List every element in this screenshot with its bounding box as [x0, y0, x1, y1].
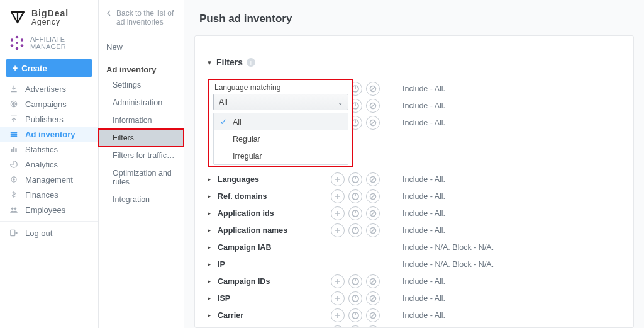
- option-all[interactable]: ✓ All: [214, 113, 348, 130]
- block-button[interactable]: [366, 291, 380, 305]
- option-regular[interactable]: Regular: [214, 130, 348, 147]
- subnav-new-label: New: [99, 31, 184, 54]
- toggle-button[interactable]: [348, 308, 362, 322]
- nav-item-employees[interactable]: Employees: [0, 202, 98, 217]
- add-button[interactable]: [331, 325, 345, 329]
- brand-text: BigDeal Agency: [31, 9, 69, 26]
- block-button[interactable]: [366, 82, 380, 96]
- filters-section-label: Filters: [216, 57, 243, 67]
- advertisers-icon: [9, 84, 19, 93]
- expand-icon[interactable]: ▸: [208, 244, 214, 251]
- expand-icon[interactable]: ▸: [208, 227, 214, 234]
- affiliate-row[interactable]: AFFILIATE MANAGER: [0, 32, 98, 55]
- filter-name[interactable]: Languages: [214, 175, 331, 184]
- language-matching-options: ✓ All Regular Irregular: [213, 113, 348, 165]
- block-button[interactable]: [366, 172, 380, 186]
- svg-point-2: [21, 38, 24, 42]
- svg-rect-15: [15, 149, 16, 152]
- filter-name[interactable]: Campaign IAB: [214, 243, 331, 252]
- ad-inventory-icon: [9, 130, 19, 139]
- nav-item-finances[interactable]: Finances: [0, 187, 98, 202]
- info-icon[interactable]: i: [247, 58, 255, 67]
- subnav-item[interactable]: Information: [99, 111, 184, 129]
- expand-icon[interactable]: ▸: [208, 261, 214, 268]
- expand-icon[interactable]: ▸: [208, 295, 214, 302]
- nav-item-management[interactable]: Management: [0, 172, 98, 187]
- block-button[interactable]: [366, 99, 380, 113]
- block-button[interactable]: [366, 325, 380, 329]
- filter-status: Include - All.: [391, 209, 445, 218]
- nav-item-analytics[interactable]: Analytics: [0, 157, 98, 172]
- main-nav: AdvertisersCampaignsPublishersAd invento…: [0, 81, 98, 217]
- filter-name[interactable]: Carrier: [214, 311, 331, 320]
- nav-item-label: Analytics: [25, 160, 58, 169]
- expand-icon[interactable]: ▸: [208, 193, 214, 200]
- block-button[interactable]: [366, 116, 380, 130]
- toggle-button[interactable]: [348, 189, 362, 203]
- toggle-button[interactable]: [348, 206, 362, 220]
- brand-logo[interactable]: BigDeal Agency: [0, 0, 98, 32]
- subnav-item[interactable]: Filters: [99, 129, 184, 147]
- add-button[interactable]: [331, 223, 345, 237]
- nav-item-ad-inventory[interactable]: Ad inventory: [0, 127, 98, 142]
- add-button[interactable]: [331, 274, 345, 288]
- subnav-item[interactable]: Optimization and rules: [99, 164, 184, 191]
- block-button[interactable]: [366, 274, 380, 288]
- filters-section-header[interactable]: ▼ Filters i: [195, 36, 633, 76]
- toggle-button[interactable]: [348, 223, 362, 237]
- nav-item-campaigns[interactable]: Campaigns: [0, 96, 98, 111]
- back-link[interactable]: Back to the list ofad inventories: [99, 0, 184, 31]
- subnav-item[interactable]: Integration: [99, 191, 184, 208]
- nav-item-publishers[interactable]: Publishers: [0, 111, 98, 127]
- nav-item-label: Advertisers: [25, 84, 66, 94]
- filter-controls: [331, 223, 391, 237]
- filter-name[interactable]: ISP: [214, 294, 331, 303]
- toggle-button[interactable]: [348, 291, 362, 305]
- filter-status: Include - N/A. Block - N/A.: [391, 243, 494, 252]
- expand-icon[interactable]: ▸: [208, 176, 214, 183]
- create-button[interactable]: + Create: [6, 59, 92, 77]
- nav-item-advertisers[interactable]: Advertisers: [0, 81, 98, 96]
- nav-item-label: Management: [25, 175, 73, 184]
- block-button[interactable]: [366, 223, 380, 237]
- subnav-item[interactable]: Filters for traffic sour...: [99, 147, 184, 164]
- logout-item[interactable]: Log out: [0, 225, 98, 240]
- toggle-button[interactable]: [348, 325, 362, 329]
- filter-name[interactable]: Campaign IDs: [214, 277, 331, 286]
- option-irregular[interactable]: Irregular: [214, 147, 348, 164]
- subnav-item[interactable]: Administration: [99, 94, 184, 111]
- add-button[interactable]: [331, 189, 345, 203]
- toggle-button[interactable]: [348, 274, 362, 288]
- svg-point-17: [13, 179, 14, 180]
- svg-rect-10: [11, 132, 18, 133]
- filter-row: ▸Application namesInclude - All.: [208, 222, 621, 239]
- add-button[interactable]: [331, 206, 345, 220]
- filter-name[interactable]: Application ids: [214, 209, 331, 218]
- filter-status: Include - All.: [391, 175, 445, 184]
- brand-logo-icon: [9, 10, 26, 25]
- expand-icon[interactable]: ▸: [208, 312, 214, 319]
- filter-controls: [331, 308, 391, 322]
- block-button[interactable]: [366, 206, 380, 220]
- filter-name[interactable]: Application names: [214, 226, 331, 235]
- filter-name[interactable]: Ref. domains: [214, 192, 331, 201]
- add-button[interactable]: [331, 308, 345, 322]
- expand-icon[interactable]: ▸: [208, 278, 214, 285]
- language-matching-select[interactable]: All ⌄: [213, 94, 348, 110]
- block-button[interactable]: [366, 308, 380, 322]
- filter-status: Include - All.: [391, 311, 445, 320]
- filter-status: Include - All.: [391, 118, 445, 127]
- toggle-button[interactable]: [348, 172, 362, 186]
- svg-point-6: [11, 38, 14, 42]
- expand-icon[interactable]: ▸: [208, 210, 214, 217]
- nav-item-statistics[interactable]: Statistics: [0, 142, 98, 157]
- svg-point-0: [16, 42, 18, 44]
- add-button[interactable]: [331, 172, 345, 186]
- subnav-list: SettingsAdministrationInformationFilters…: [99, 76, 184, 208]
- subnav-item[interactable]: Settings: [99, 76, 184, 94]
- logout-label: Log out: [25, 229, 52, 238]
- filter-name[interactable]: IP: [214, 260, 331, 269]
- add-button[interactable]: [331, 291, 345, 305]
- nav-separator: [0, 221, 98, 222]
- block-button[interactable]: [366, 189, 380, 203]
